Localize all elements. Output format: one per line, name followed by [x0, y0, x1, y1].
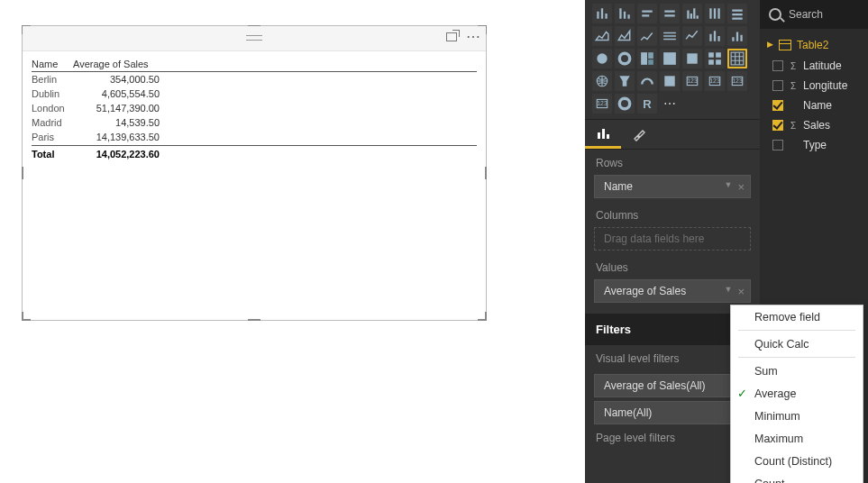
- field-name[interactable]: Name: [763, 96, 864, 115]
- viz-funnel[interactable]: [615, 71, 635, 91]
- col-header-avg[interactable]: Average of Sales: [73, 59, 160, 69]
- viz-line-column[interactable]: [682, 26, 702, 46]
- viz-more-visuals[interactable]: ⋯: [660, 94, 680, 114]
- field-label: Latitude: [803, 59, 842, 72]
- resize-handle-br[interactable]: [478, 312, 487, 321]
- rows-field-pill[interactable]: Name ▼ ×: [594, 175, 751, 198]
- resize-handle-bl[interactable]: [22, 312, 31, 321]
- resize-handle-b[interactable]: [248, 319, 260, 321]
- svg-text:123: 123: [687, 77, 698, 84]
- checkbox-icon[interactable]: [772, 120, 783, 131]
- ctx-average[interactable]: ✓Average: [731, 382, 863, 405]
- ctx-maximum[interactable]: Maximum: [731, 427, 863, 450]
- viz-ribbon[interactable]: [660, 26, 680, 46]
- viz-treemap[interactable]: [637, 49, 657, 68]
- viz-clustered-bar-h[interactable]: [660, 4, 680, 23]
- viz-map[interactable]: [660, 49, 680, 68]
- format-tab[interactable]: [621, 120, 657, 149]
- viz-card[interactable]: 123: [682, 71, 702, 91]
- svg-rect-16: [598, 132, 600, 139]
- resize-handle-r[interactable]: [485, 167, 487, 179]
- viz-waterfall[interactable]: [705, 26, 725, 46]
- viz-multi-card[interactable]: 123: [705, 71, 725, 91]
- field-longitute[interactable]: ΣLongitute: [763, 76, 864, 96]
- cell-name: Madrid: [32, 115, 73, 130]
- rows-field-label: Name: [604, 180, 633, 193]
- ctx-label: Maximum: [754, 433, 803, 445]
- visual-options-icon[interactable]: ⋯: [466, 30, 480, 44]
- cell-value: 14,539.50: [73, 115, 160, 130]
- viz-pie[interactable]: [592, 49, 612, 68]
- remove-field-icon[interactable]: ×: [737, 285, 745, 298]
- ctx-remove-field[interactable]: Remove field: [731, 305, 863, 328]
- viz-card-num[interactable]: [660, 71, 680, 91]
- menu-separator: [738, 357, 855, 358]
- viz-globe[interactable]: [592, 71, 612, 91]
- cell-value: 51,147,390.00: [73, 101, 160, 115]
- svg-point-15: [619, 98, 629, 108]
- ctx-minimum[interactable]: Minimum: [731, 405, 863, 427]
- viz-clustered-column[interactable]: [705, 4, 725, 23]
- viz-100-stacked[interactable]: [727, 4, 747, 23]
- viz-area[interactable]: [592, 26, 612, 46]
- drag-handle-icon[interactable]: [246, 35, 262, 41]
- table-node[interactable]: ▶ Table2: [763, 34, 864, 56]
- field-latitude[interactable]: ΣLatitude: [763, 56, 864, 76]
- chevron-down-icon[interactable]: ▼: [724, 285, 732, 298]
- viz-line[interactable]: [637, 26, 657, 46]
- field-label: Longitute: [803, 79, 847, 92]
- svg-point-0: [597, 53, 607, 63]
- viz-gauge[interactable]: [637, 71, 657, 91]
- visual-frame[interactable]: ⋯ Name Average of Sales Berlin354,000.50…: [22, 25, 487, 321]
- chevron-down-icon[interactable]: ▼: [724, 180, 732, 194]
- svg-rect-4: [648, 59, 653, 65]
- checkbox-icon[interactable]: [772, 80, 783, 91]
- ctx-count[interactable]: Count: [731, 472, 863, 483]
- svg-text:123: 123: [597, 100, 608, 106]
- checkbox-icon[interactable]: [772, 140, 783, 150]
- svg-text:123: 123: [732, 77, 743, 84]
- viz-stacked-column[interactable]: [682, 4, 702, 23]
- viz-donut2[interactable]: [615, 94, 635, 114]
- viz-stacked-bar[interactable]: [592, 4, 612, 23]
- viz-stacked-area[interactable]: [615, 26, 635, 46]
- fields-tab[interactable]: [585, 120, 621, 149]
- report-canvas[interactable]: ⋯ Name Average of Sales Berlin354,000.50…: [0, 0, 585, 483]
- filter-avg-sales[interactable]: Average of Sales(All): [594, 374, 751, 397]
- filter-name[interactable]: Name(All): [594, 401, 751, 424]
- cell-value: 4,605,554.50: [73, 87, 160, 101]
- menu-separator: [738, 330, 855, 331]
- col-header-name[interactable]: Name: [32, 59, 73, 69]
- viz-scatter[interactable]: [727, 26, 747, 46]
- checkbox-icon[interactable]: [772, 100, 783, 111]
- rows-section-title: Rows: [585, 150, 760, 175]
- fields-search[interactable]: Search: [760, 0, 868, 29]
- viz-stacked-bar-h[interactable]: [637, 4, 657, 23]
- viz-kpi[interactable]: 123: [727, 71, 747, 91]
- viz-table[interactable]: [727, 49, 747, 68]
- field-label: Type: [803, 139, 827, 151]
- ctx-count-distinct-[interactable]: Count (Distinct): [731, 450, 863, 472]
- checkbox-icon[interactable]: [772, 60, 783, 71]
- viz-filled-map[interactable]: [682, 49, 702, 68]
- ctx-quick-calc[interactable]: Quick Calc: [731, 333, 863, 355]
- viz-r-script[interactable]: R: [637, 94, 657, 114]
- viz-matrix[interactable]: [705, 49, 725, 68]
- field-type[interactable]: Type: [763, 135, 864, 155]
- aggregation-context-menu[interactable]: Remove fieldQuick CalcSum✓AverageMinimum…: [730, 305, 863, 483]
- columns-drop-area[interactable]: Drag data fields here: [594, 227, 751, 251]
- resize-handle-l[interactable]: [22, 167, 23, 179]
- ctx-sum[interactable]: Sum: [731, 360, 863, 382]
- values-field-pill[interactable]: Average of Sales ▼ ×: [594, 279, 751, 303]
- viz-slicer[interactable]: 123: [592, 94, 612, 114]
- viz-donut[interactable]: [615, 49, 635, 68]
- cell-value: 14,139,633.50: [73, 130, 160, 144]
- total-label: Total: [32, 147, 73, 161]
- svg-rect-17: [602, 129, 605, 139]
- focus-mode-icon[interactable]: [444, 30, 459, 44]
- remove-field-icon[interactable]: ×: [737, 180, 745, 194]
- field-sales[interactable]: ΣSales: [763, 115, 864, 135]
- viz-clustered-bar[interactable]: [615, 4, 635, 23]
- fields-tree: ▶ Table2 ΣLatitudeΣLongituteNameΣSalesTy…: [760, 29, 868, 155]
- cell-name: Berlin: [32, 72, 73, 87]
